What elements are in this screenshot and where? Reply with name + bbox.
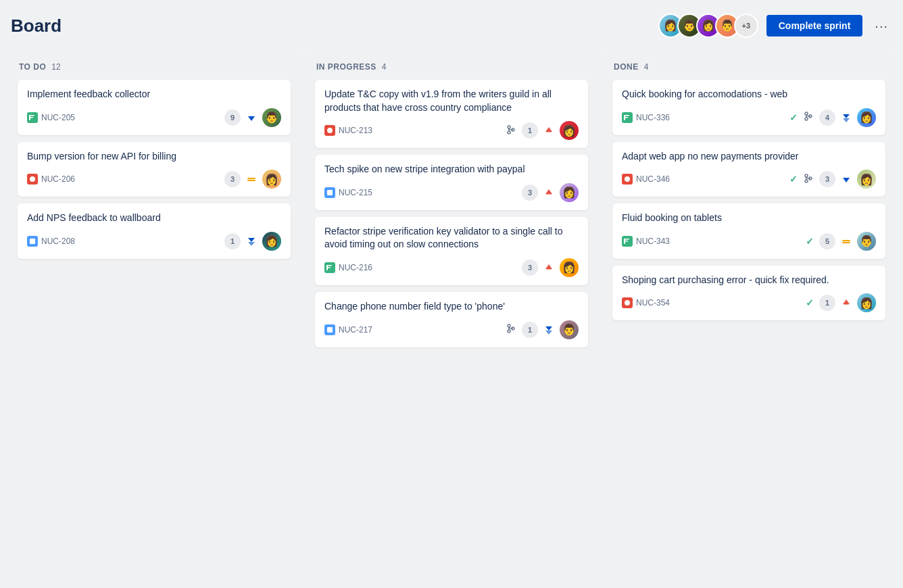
issue-icon [324,125,335,136]
card-title: Shoping cart purchasing error - quick fi… [622,274,876,287]
card[interactable]: Quick booking for accomodations - web NU… [612,80,885,135]
issue-id: NUC-346 [636,174,670,184]
story-points: 3 [819,171,835,187]
card-footer: NUC-213 1 👩 [324,121,579,140]
story-points: 5 [819,233,835,249]
issue-tag: NUC-216 [324,262,372,273]
card-footer: NUC-346 ✓ 3 👩 [622,170,876,189]
column-header: TO DO 12 [18,62,291,72]
card[interactable]: Implement feedback collector NUC-205 9 👨 [18,80,291,135]
card-footer: NUC-206 3 👩 [27,170,281,189]
check-icon: ✓ [789,112,798,123]
svg-rect-2 [29,117,33,118]
card-title: Change phone number field type to 'phone… [324,300,579,314]
board-header: Board 👩 👨 👩 👨 +3 Complete sprint ··· [11,11,892,41]
issue-icon [27,174,38,185]
svg-rect-16 [327,327,333,333]
svg-point-29 [805,174,808,177]
svg-rect-23 [624,117,628,118]
card-footer: NUC-354 ✓ 1 👩 [622,293,876,312]
story-points: 3 [224,171,241,187]
svg-point-28 [625,176,630,182]
svg-rect-14 [326,265,332,266]
card[interactable]: Change phone number field type to 'phone… [315,292,588,347]
check-icon: ✓ [806,297,814,308]
story-points: 1 [522,122,538,139]
column-title: IN PROGRESS [316,62,376,72]
svg-point-8 [508,126,510,128]
branch-icon [803,173,814,186]
issue-id: NUC-336 [636,113,670,122]
card-footer: NUC-215 3 👩 [324,183,579,202]
issue-id: NUC-217 [339,325,372,335]
assignee-avatar: 👨 [857,232,876,251]
avatar-more[interactable]: +3 [734,14,758,38]
card[interactable]: Refactor stripe verification key validat… [315,217,588,285]
assignee-avatar: 👨 [560,320,579,339]
header-actions: 👩 👨 👩 👨 +3 Complete sprint ··· [658,14,892,38]
issue-icon [324,187,335,198]
card-title: Add NPS feedback to wallboard [27,212,281,225]
assignee-avatar: 👩 [857,293,876,312]
assignee-avatar: 👩 [262,232,281,251]
issue-tag: NUC-213 [324,125,372,136]
assignee-avatar: 👩 [560,183,579,202]
card-title: Fluid booking on tablets [622,212,876,225]
team-avatars: 👩 👨 👩 👨 +3 [658,14,758,38]
svg-point-24 [805,112,808,115]
priority-icon [543,187,554,198]
issue-id: NUC-343 [636,237,670,246]
complete-sprint-button[interactable]: Complete sprint [766,15,863,36]
issue-tag: NUC-354 [622,297,670,308]
issue-tag: NUC-217 [324,324,372,335]
issue-tag: NUC-346 [622,174,670,185]
issue-id: NUC-206 [41,174,75,184]
svg-rect-37 [842,242,850,243]
more-options-button[interactable]: ··· [871,16,892,36]
svg-rect-22 [624,115,629,116]
issue-id: NUC-205 [41,113,75,122]
issue-icon [27,236,38,247]
priority-icon [841,112,852,123]
svg-rect-12 [327,190,333,195]
column-count: 4 [382,62,387,72]
assignee-avatar: 👩 [560,258,579,277]
card[interactable]: Shoping cart purchasing error - quick fi… [612,266,885,321]
card[interactable]: Bump version for new API for billing NUC… [18,142,291,197]
story-points: 9 [224,109,241,126]
column-header: IN PROGRESS 4 [315,62,588,72]
card-title: Tech spike on new stripe integration wit… [324,163,579,176]
card[interactable]: Tech spike on new stripe integration wit… [315,155,588,210]
column-todo: TO DO 12 Implement feedback collector NU… [11,54,297,274]
page-title: Board [11,16,62,36]
story-points: 3 [522,260,538,276]
svg-point-18 [508,330,510,333]
issue-tag: NUC-343 [622,236,670,247]
column-title: DONE [614,62,639,72]
priority-icon [246,174,257,185]
story-points: 1 [522,322,538,338]
issue-icon [622,112,633,123]
card[interactable]: Add NPS feedback to wallboard NUC-208 1 [18,203,291,259]
issue-icon [324,324,335,335]
svg-point-30 [805,180,808,182]
priority-icon [841,236,852,247]
svg-rect-5 [247,180,255,181]
priority-icon [246,112,257,123]
card[interactable]: Adapt web app no new payments provider N… [612,142,885,197]
check-icon: ✓ [806,236,814,247]
column-count: 12 [51,62,60,72]
card[interactable]: Update T&C copy with v1.9 from the write… [315,80,588,148]
svg-point-9 [508,131,510,134]
issue-icon [27,112,38,123]
card-footer: NUC-208 1 👩 [27,232,281,251]
svg-rect-6 [30,239,35,244]
issue-tag: NUC-215 [324,187,372,198]
priority-icon [841,297,852,308]
card-title: Quick booking for accomodations - web [622,88,876,101]
column-title: TO DO [19,62,46,72]
card[interactable]: Fluid booking on tablets NUC-343 ✓ 5 � [612,203,885,259]
assignee-avatar: 👨 [262,108,281,127]
issue-icon [622,236,633,247]
priority-icon [543,125,554,136]
